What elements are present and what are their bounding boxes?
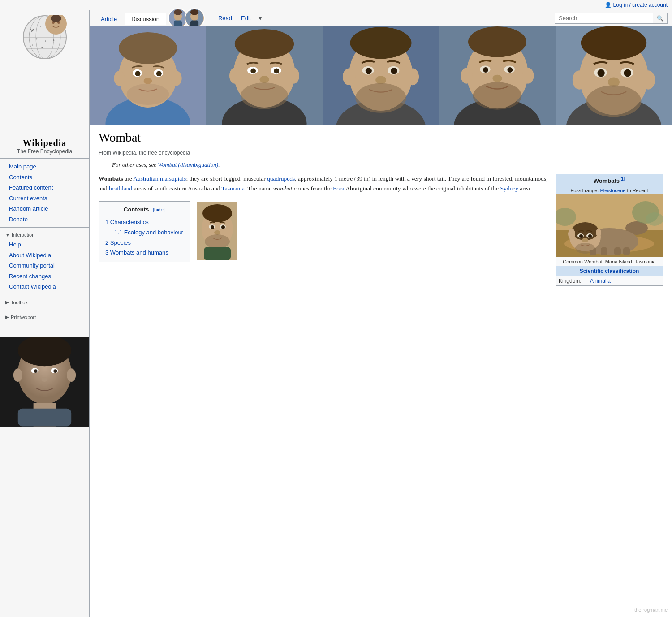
svg-point-75 [366, 68, 372, 74]
toc-item-1[interactable]: 1 Characteristics [105, 217, 183, 228]
link-eora[interactable]: Eora [333, 185, 344, 192]
link-quadrupeds[interactable]: quadrupeds [267, 175, 295, 182]
svg-point-114 [214, 230, 220, 235]
toc-item-3[interactable]: 3 Wombats and humans [105, 248, 183, 258]
wiki-title-section: Wikipedia The Free Encyclopedia [0, 138, 89, 155]
svg-point-109 [225, 226, 232, 236]
toc-link-1[interactable]: 1 Characteristics [105, 219, 149, 225]
view-dropdown-arrow[interactable]: ▼ [255, 12, 265, 24]
svg-point-101 [597, 69, 605, 77]
svg-point-63 [274, 68, 279, 73]
sidebar-item-random[interactable]: Random article [0, 203, 89, 214]
sidebar-item-help[interactable]: Help [0, 239, 89, 250]
svg-point-70 [350, 27, 411, 59]
svg-point-133 [579, 234, 583, 238]
sidebar-logo: W i k i p e d i a [0, 10, 89, 86]
article-body: Wombat From Wikipedia, the free encyclop… [90, 125, 672, 291]
tab-read[interactable]: Read [214, 12, 237, 24]
svg-point-78 [355, 83, 406, 113]
svg-point-45 [114, 71, 125, 86]
svg-point-104 [586, 85, 642, 117]
table-of-contents: Contents [hide] 1 Characteristics 1.1 Ec… [99, 201, 190, 262]
toolbox-section-title[interactable]: ▶ Toolbox [0, 298, 89, 307]
svg-point-52 [127, 84, 169, 105]
sidebar-item-contents[interactable]: Contents [0, 172, 89, 183]
sidebar-item-main-page[interactable]: Main page [0, 161, 89, 172]
svg-point-27 [42, 377, 48, 382]
toc-link-1-1[interactable]: 1.1 Ecology and behaviour [114, 229, 183, 236]
svg-point-134 [588, 234, 592, 238]
svg-point-138 [596, 229, 601, 237]
view-tabs: Read Edit ▼ [214, 12, 265, 24]
toc-item-1-1[interactable]: 1.1 Ecology and behaviour [105, 228, 183, 238]
infobox-wombat-image [556, 194, 663, 257]
search-button[interactable]: 🔍 [653, 13, 668, 24]
link-tasmania[interactable]: Tasmania [222, 185, 245, 192]
tab-discussion[interactable]: Discussion [125, 13, 166, 25]
disambiguation-link[interactable]: Wombat (disambiguation) [158, 161, 218, 168]
svg-point-91 [473, 82, 522, 109]
svg-point-98 [641, 70, 655, 90]
sidebar-item-contact[interactable]: Contact Wikipedia [0, 281, 89, 292]
sidebar-item-current-events[interactable]: Current events [0, 193, 89, 204]
article-paragraph-1: Wombats are Australian marsupials; they … [99, 174, 548, 193]
toc-item-2[interactable]: 2 Species [105, 238, 183, 248]
search-wrapper: 🔍 [555, 13, 668, 24]
toc-link-3[interactable]: 3 Wombats and humans [105, 249, 168, 256]
svg-point-113 [221, 225, 225, 229]
sidebar-navigation: Main page Contents Featured content Curr… [0, 155, 89, 328]
toc-and-text: Contents [hide] 1 Characteristics 1.1 Ec… [99, 198, 190, 266]
svg-point-26 [53, 369, 57, 373]
svg-point-59 [289, 68, 299, 83]
svg-point-46 [171, 71, 182, 86]
strip-person-3 [323, 26, 439, 125]
link-sydney[interactable]: Sydney [500, 185, 519, 192]
svg-text:d: d [53, 38, 55, 42]
svg-point-102 [624, 69, 631, 77]
svg-point-71 [343, 68, 355, 85]
svg-text:i: i [40, 25, 41, 28]
svg-point-57 [235, 29, 294, 59]
infobox: Wombats[1] Fossil range: Pleistocene to … [556, 174, 663, 286]
print-section-title[interactable]: ▶ Print/export [0, 313, 89, 322]
infobox-ref[interactable]: [1] [620, 177, 625, 181]
toc-link-2[interactable]: 2 Species [105, 239, 131, 246]
article-text-block: Wombats are Australian marsupials; they … [99, 174, 548, 286]
tab-article[interactable]: Article [94, 13, 124, 25]
sidebar-item-community[interactable]: Community portal [0, 260, 89, 271]
sidebar-person-image [0, 337, 89, 427]
svg-point-85 [522, 68, 534, 83]
svg-rect-127 [614, 247, 621, 255]
svg-point-29 [67, 368, 76, 382]
infobox-kingdom-value[interactable]: Animalia [590, 278, 611, 284]
svg-point-83 [468, 26, 526, 57]
infobox-fossil-link[interactable]: Pleistocene [600, 188, 626, 193]
header-image-strip [90, 26, 672, 125]
user-icon: 👤 [605, 2, 612, 8]
sidebar-item-recent[interactable]: Recent changes [0, 271, 89, 282]
interaction-section-title[interactable]: ▼ Interaction [0, 230, 89, 239]
sidebar-item-donate[interactable]: Donate [0, 214, 89, 225]
tab-edit[interactable]: Edit [237, 12, 255, 24]
login-link[interactable]: Log in / create account [613, 2, 668, 8]
article-main-content: Wombats are Australian marsupials; they … [99, 174, 663, 286]
page-layout: W i k i p e d i a [0, 10, 672, 617]
link-heathland[interactable]: heathland [109, 185, 132, 192]
strip-person-1 [90, 26, 206, 125]
search-input[interactable] [555, 13, 653, 24]
svg-point-97 [573, 70, 586, 90]
svg-text:e: e [45, 39, 46, 43]
svg-point-38 [190, 9, 198, 15]
article-lower-section: Contents [hide] 1 Characteristics 1.1 Ec… [99, 198, 548, 266]
svg-point-108 [202, 226, 210, 236]
tab-bar: Article Discussion [90, 10, 672, 26]
sidebar-item-featured[interactable]: Featured content [0, 182, 89, 193]
link-australian-marsupials[interactable]: Australian marsupials [133, 175, 186, 182]
svg-point-115 [205, 234, 230, 249]
toc-hide-link[interactable]: [hide] [153, 207, 165, 212]
article-from-wiki: From Wikipedia, the free encyclopedia [99, 150, 663, 156]
toolbox-expand-arrow: ▶ [5, 300, 9, 305]
sidebar-item-about[interactable]: About Wikipedia [0, 250, 89, 261]
svg-point-25 [34, 369, 38, 373]
svg-point-28 [13, 368, 22, 382]
